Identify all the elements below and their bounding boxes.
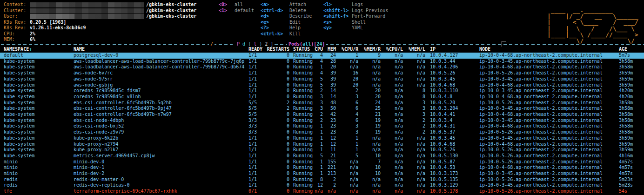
table-cell: 0 <box>264 171 289 177</box>
table-cell: 10.0.3.45 <box>430 76 475 82</box>
table-cell: ip-10-0-4-68.ap-northeast-2.compute.inte… <box>479 123 615 129</box>
table-cell: n/a <box>403 53 425 59</box>
table-row[interactable]: kube-systemkube-proxy-n2lk71/10Running11… <box>0 147 644 153</box>
table-row[interactable]: defaultpostgresql-dev-01/10Running42419n… <box>0 53 644 59</box>
table-cell: 3 <box>336 123 358 129</box>
table-cell: n/a <box>403 153 425 159</box>
table-cell: redis-dev-replicas-0 <box>74 182 248 188</box>
table-cell: ip-10-0-5-26.ap-northeast-2.compute.inte… <box>479 129 615 135</box>
table-cell: 2 <box>264 106 289 112</box>
table-cell: 3 <box>336 94 358 100</box>
k9s-terminal: Context:/gbkim-eks-clusterCluster:/gbkim… <box>0 0 644 195</box>
table-row[interactable]: miniominio-dev-11/10Running1221n/a10n/an… <box>0 165 644 171</box>
table-cell: n/a <box>336 59 358 65</box>
table-row[interactable]: kube-systemkube-proxy-6k22b1/10Running11… <box>0 135 644 141</box>
table-cell: n/a <box>336 171 358 177</box>
table-row[interactable]: kube-systemebs-csi-node-bxj523/30Running… <box>0 123 644 129</box>
table-cell: 0 <box>264 177 289 183</box>
table-cell: 3h58m <box>619 123 642 129</box>
table-cell: n/a <box>358 147 381 153</box>
table-row[interactable]: redisredis-dev-master-01/10Running82n/an… <box>0 177 644 183</box>
table-cell: redis <box>4 177 73 183</box>
table-cell: n/a <box>381 76 403 82</box>
table-cell: 10.0.3.173 <box>430 171 475 177</box>
column-header: NAMESPACE↑ <box>4 47 73 53</box>
table-cell: 10.0.3.110 <box>430 88 475 94</box>
table-cell: 5m7s <box>619 53 642 59</box>
table-cell: 1 <box>336 135 358 141</box>
table-cell: 2 <box>403 123 425 129</box>
table-cell: ebs-csi-controller-6fc5bd497b-n7w97 <box>74 112 248 118</box>
column-header: %MEM/L <box>403 47 425 53</box>
table-cell: n/a <box>403 135 425 141</box>
table-cell: 10.0.3.204 <box>430 106 475 112</box>
table-row[interactable]: kube-systemebs-csi-controller-6fc5bd497b… <box>0 100 644 106</box>
table-cell: ip-10-0-3-45.ap-northeast-2.compute.inte… <box>479 76 615 82</box>
table-cell: ip-10-0-3-45.ap-northeast-2.compute.inte… <box>479 135 615 141</box>
table-cell: 10.0.4.206 <box>430 64 475 70</box>
table-cell: 23 <box>319 118 336 124</box>
table-cell: 1 <box>336 141 358 148</box>
table-row[interactable]: redisredis-dev-replicas-01/10Running122n… <box>0 182 644 188</box>
pod-table[interactable]: NAMESPACE↑NAMEREADYRESTARTSSTATUSCPUMEM%… <box>0 0 644 195</box>
table-cell: 3 <box>403 106 425 112</box>
table-row[interactable]: kube-systemmetrics-server-d9694457-cp8jw… <box>0 153 644 159</box>
table-cell: 4 <box>336 112 358 118</box>
table-row[interactable]: tfeterraform-enterprise-69c477bc67-rxhhk… <box>0 188 644 195</box>
table-row[interactable]: kube-systemebs-csi-controller-6fc5bd497b… <box>0 106 644 112</box>
table-row[interactable]: kube-systemebs-csi-controller-6fc5bd497b… <box>0 112 644 118</box>
table-cell: n/a <box>381 188 403 195</box>
table-row[interactable]: kube-systemaws-node-gsbjg1/10Running5392… <box>0 82 644 88</box>
table-cell: 3h58m <box>619 118 642 124</box>
table-row[interactable]: kube-systemaws-loadbalancer-aws-load-bal… <box>0 59 644 65</box>
table-cell: 3h58m <box>619 59 642 65</box>
table-row[interactable]: kube-systemcoredns-7c98598d5c-v8lnh1/10R… <box>0 94 644 100</box>
table-row[interactable]: kube-systemaws-node-975rr1/10Running5392… <box>0 76 644 82</box>
table-cell: n/a <box>381 112 403 118</box>
table-cell: ip-10-0-4-68.ap-northeast-2.compute.inte… <box>479 94 615 100</box>
table-row[interactable]: kube-systemcoredns-7c98598d5c-fdsm71/10R… <box>0 88 644 94</box>
table-cell: 10.0.5.26 <box>430 70 475 76</box>
table-cell: 20 <box>358 94 381 100</box>
table-cell: 2 <box>319 182 336 188</box>
table-cell: aws-node-gsbjg <box>74 82 248 88</box>
column-header: %MEM/R <box>358 47 381 53</box>
table-cell: 3h58m <box>619 129 642 135</box>
table-row[interactable]: kube-systemebs-csi-node-z9v793/30Running… <box>0 129 644 135</box>
table-cell: 39 <box>319 76 336 82</box>
table-cell: 8 <box>403 88 425 94</box>
table-cell: kube-system <box>4 94 73 100</box>
table-cell: 14 <box>319 94 336 100</box>
table-cell: 21 <box>319 153 336 159</box>
table-cell: 6 <box>336 106 358 112</box>
column-header: MEM <box>319 47 336 53</box>
table-cell: 0 <box>264 53 289 59</box>
table-cell: 10.0.4.127 <box>430 53 475 59</box>
table-row[interactable]: kube-systemkube-proxy-n27941/10Running11… <box>0 141 644 148</box>
table-row[interactable]: kube-systemaws-loadbalancer-aws-load-bal… <box>0 64 644 70</box>
table-cell: 4h20m <box>619 88 642 94</box>
table-cell: 0 <box>264 82 289 88</box>
table-cell: ebs-csi-node-z9v79 <box>74 129 248 135</box>
table-row[interactable]: miniominio-dev-21/10Running1213n/a10n/an… <box>0 171 644 177</box>
table-cell: ip-10-0-3-45.ap-northeast-2.compute.inte… <box>479 171 615 177</box>
table-cell: 21 <box>358 112 381 118</box>
table-cell: 0 <box>264 147 289 153</box>
table-cell: 10.0.5.178 <box>430 188 475 195</box>
table-row[interactable]: kube-systemaws-node-6v7rc1/10Running4391… <box>0 70 644 76</box>
table-cell: minio <box>4 165 73 171</box>
table-cell: ip-10-0-5-26.ap-northeast-2.compute.inte… <box>479 100 615 106</box>
table-row[interactable]: kube-systemebs-csi-node-4dbph3/30Running… <box>0 118 644 124</box>
table-cell: n/a <box>381 177 403 183</box>
table-cell: 7 <box>358 159 381 165</box>
table-cell: n/a <box>358 188 381 195</box>
table-cell: terraform-enterprise-69c477bc67-rxhhk <box>74 188 248 195</box>
table-cell: 0 <box>264 88 289 94</box>
table-row[interactable]: miniominio-dev-01/10Running1155n/a7n/an/… <box>0 159 644 165</box>
table-cell: 3h59m <box>619 82 642 88</box>
table-cell: ip-10-0-4-68.ap-northeast-2.compute.inte… <box>479 112 615 118</box>
table-cell: n/a <box>336 165 358 171</box>
table-cell: coredns-7c98598d5c-v8lnh <box>74 94 248 100</box>
table-cell: 28 <box>319 59 336 65</box>
table-cell: ip-10-0-4-68.ap-northeast-2.compute.inte… <box>479 165 615 171</box>
